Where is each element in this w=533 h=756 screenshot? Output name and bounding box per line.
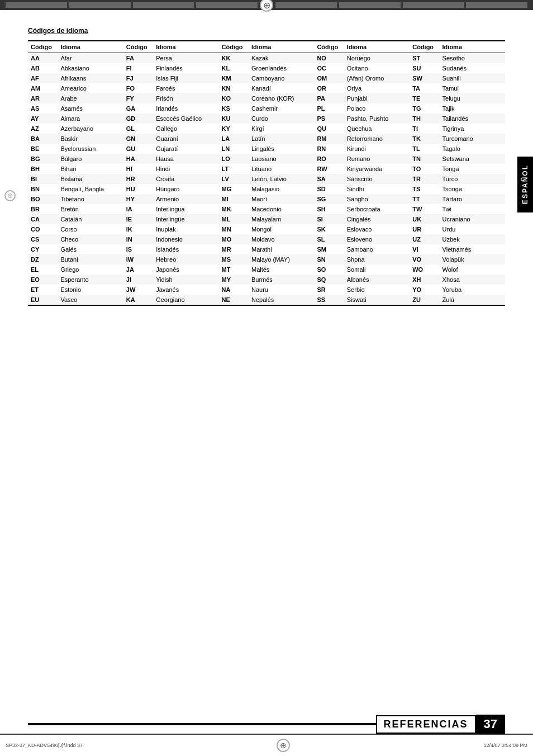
lang-cell: Kirundi: [344, 144, 410, 154]
lang-cell: Marathi: [249, 244, 314, 254]
lang-cell: Turcomano: [440, 134, 505, 144]
table-row: EOEsperantoJIYidishMYBurmésSQAlbanésXHXh…: [28, 275, 505, 285]
code-cell: JI: [123, 275, 153, 285]
lang-cell: Tailandés: [440, 114, 505, 124]
code-cell: KN: [219, 83, 249, 93]
code-cell: SK: [314, 224, 344, 234]
lang-cell: Latín: [249, 134, 314, 144]
code-cell: SS: [314, 295, 344, 305]
lang-cell: Asamés: [58, 103, 123, 114]
code-cell: WO: [410, 264, 439, 275]
top-bar-seg7: [403, 2, 464, 8]
code-cell: AB: [28, 63, 58, 73]
code-cell: ML: [219, 214, 249, 224]
code-cell: AS: [28, 103, 58, 114]
table-row: CSChecoINIndonesioMOMoldavoSLEslovenoUZU…: [28, 234, 505, 244]
bottom-center-circle: ⊕: [277, 739, 290, 752]
code-cell: OM: [314, 73, 344, 83]
lang-cell: Bengalí, Bangla: [58, 184, 123, 194]
code-cell: TA: [410, 83, 439, 93]
lang-cell: Afrikaans: [58, 73, 123, 83]
lang-cell: Amearico: [58, 83, 123, 93]
code-cell: QU: [314, 124, 344, 134]
lang-cell: Japonés: [153, 264, 218, 275]
table-row: BRBretónIAInterlinguaMKMacedonioSHSerboc…: [28, 204, 505, 214]
table-row: BIBislamaHRCroataLVLetón, LatvioSASánscr…: [28, 174, 505, 184]
lang-cell: Escocés Gaélico: [153, 114, 218, 124]
code-cell: SH: [314, 204, 344, 214]
table-row: AFAfrikaansFJIslas FijiKMCamboyanoOM(Afa…: [28, 73, 505, 83]
code-cell: EL: [28, 264, 58, 275]
code-cell: FO: [123, 83, 153, 93]
lang-cell: Irlandés: [153, 103, 218, 114]
code-cell: JW: [123, 285, 153, 295]
code-cell: HU: [123, 184, 153, 194]
lang-cell: Islas Fiji: [153, 73, 218, 83]
lang-cell: Frisón: [153, 93, 218, 103]
code-cell: DZ: [28, 254, 58, 264]
code-cell: RM: [314, 134, 344, 144]
lang-cell: Aimara: [58, 114, 123, 124]
lang-cell: Somali: [344, 264, 410, 275]
lang-cell: Faroés: [153, 83, 218, 93]
lang-cell: Lituano: [249, 164, 314, 174]
table-row: CYGalésISIslandésMRMarathiSMSamoanoVIVie…: [28, 244, 505, 254]
lang-cell: Gallego: [153, 124, 218, 134]
code-cell: BG: [28, 154, 58, 164]
code-cell: AR: [28, 93, 58, 103]
lang-cell: Pashto, Pushto: [344, 114, 410, 124]
code-cell: ET: [28, 285, 58, 295]
lang-cell: Croata: [153, 174, 218, 184]
code-cell: AM: [28, 83, 58, 93]
top-bar-seg1: [6, 2, 67, 8]
lang-cell: Camboyano: [249, 73, 314, 83]
page-number: 37: [476, 715, 505, 734]
lang-cell: Noruego: [344, 53, 410, 64]
code-cell: GU: [123, 144, 153, 154]
table-row: AAAfarFAPersaKKKazakNONoruegoSTSesotho: [28, 53, 505, 64]
code-cell: BE: [28, 144, 58, 154]
lang-cell: Abkasiano: [58, 63, 123, 73]
table-row: COCorsoIKInupiakMNMongolSKEslovacoURUrdu: [28, 224, 505, 234]
lang-cell: Quechua: [344, 124, 410, 134]
code-cell: SL: [314, 234, 344, 244]
lang-cell: Twi: [440, 204, 505, 214]
lang-cell: Malagasio: [249, 184, 314, 194]
code-cell: CA: [28, 214, 58, 224]
lang-cell: Vasco: [58, 295, 123, 305]
header-code4: Código: [314, 41, 344, 53]
code-cell: SI: [314, 214, 344, 224]
code-cell: XH: [410, 275, 439, 285]
lang-cell: Byelorussian: [58, 144, 123, 154]
code-cell: GA: [123, 103, 153, 114]
lang-cell: Nepalés: [249, 295, 314, 305]
code-cell: RO: [314, 154, 344, 164]
lang-cell: Suahili: [440, 73, 505, 83]
lang-cell: Rumano: [344, 154, 410, 164]
code-cell: GL: [123, 124, 153, 134]
code-cell: LO: [219, 154, 249, 164]
lang-cell: Cingalés: [344, 214, 410, 224]
lang-cell: Tártaro: [440, 194, 505, 204]
code-cell: EO: [28, 275, 58, 285]
table-row: BOTibetanoHYArmenioMIMaoríSGSanghoTTTárt…: [28, 194, 505, 204]
code-cell: PA: [314, 93, 344, 103]
code-cell: FY: [123, 93, 153, 103]
lang-cell: Albanés: [344, 275, 410, 285]
table-header-row: Código Idioma Código Idioma Código Idiom…: [28, 41, 505, 53]
lang-cell: Macedonio: [249, 204, 314, 214]
code-cell: CO: [28, 224, 58, 234]
lang-cell: Sesotho: [440, 53, 505, 64]
table-row: AZAzerbayanoGLGallegoKYKirgíQUQuechuaTIT…: [28, 124, 505, 134]
lang-cell: Indonesio: [153, 234, 218, 244]
code-cell: GN: [123, 134, 153, 144]
code-cell: IK: [123, 224, 153, 234]
code-cell: SW: [410, 73, 439, 83]
lang-cell: Laosiano: [249, 154, 314, 164]
code-cell: KU: [219, 114, 249, 124]
lang-cell: Persa: [153, 53, 218, 64]
lang-cell: Esloveno: [344, 234, 410, 244]
lang-cell: Volapük: [440, 254, 505, 264]
code-cell: AF: [28, 73, 58, 83]
code-cell: TK: [410, 134, 439, 144]
